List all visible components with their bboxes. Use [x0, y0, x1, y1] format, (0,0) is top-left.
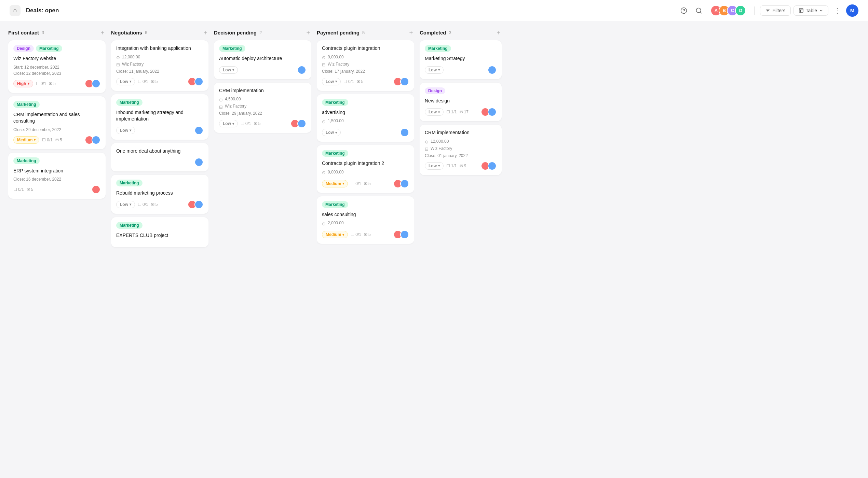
- currency-icon: ⊙: [116, 55, 120, 60]
- column-decision-pending: Decision pending 2 ＋ Marketing Automatic…: [214, 29, 311, 473]
- messages-icon: ✉: [55, 138, 59, 142]
- card-footer: Low ▾ ☐ 1/1 ✉ 9: [425, 161, 497, 170]
- card-pp-4[interactable]: Marketing sales consulting ⊙ 2,000.00 Me…: [317, 196, 414, 244]
- card-avatars: [194, 126, 203, 135]
- tasks-stat: ☐ 0/1: [13, 187, 24, 192]
- tag-marketing: Marketing: [322, 99, 348, 106]
- tag-marketing: Marketing: [219, 45, 245, 52]
- card-dp-2[interactable]: CRM implementation ⊙ 4,500.00 ⊟ Wiz Fact…: [214, 83, 311, 133]
- tasks-stat: ☐ 0/1: [241, 121, 251, 126]
- card-close-date: Close: 17 january, 2022: [322, 69, 409, 74]
- card-footer: High ▾ ☐ 0/1 ✉ 5: [13, 79, 100, 88]
- card-c-3[interactable]: CRM implementation ⊙ 12,000.00 ⊟ Wiz Fac…: [420, 125, 502, 175]
- tasks-stat: ☐ 0/1: [351, 181, 361, 186]
- company-icon: ⊟: [219, 104, 223, 110]
- priority-badge: Low ▾: [425, 108, 444, 116]
- card-pp-3[interactable]: Marketing Contracts plugin integration 2…: [317, 145, 414, 193]
- card-close-date: Close: 01 january, 2022: [425, 153, 497, 158]
- card-c-2[interactable]: Design New design Low ▾ ☐ 1/1 ✉ 17: [420, 83, 502, 122]
- messages-stat: ✉ 5: [151, 79, 158, 84]
- column-header-decision-pending: Decision pending 2 ＋: [214, 29, 311, 36]
- tasks-value: 0/1: [348, 79, 354, 84]
- filters-button[interactable]: Filters: [760, 5, 790, 16]
- column-header-negotiations: Negotiations 6 ＋: [111, 29, 208, 36]
- more-options-button[interactable]: ⋮: [831, 4, 843, 17]
- tag-marketing: Marketing: [425, 45, 451, 52]
- tasks-icon: ☐: [42, 138, 46, 142]
- priority-arrow-icon: ▾: [438, 110, 440, 114]
- priority-badge: Low ▾: [322, 129, 341, 136]
- card-amount-value: 9,000.00: [328, 170, 344, 174]
- priority-arrow-icon: ▾: [34, 138, 36, 142]
- priority-badge: High ▾: [13, 80, 33, 87]
- card-company: ⊟ Wiz Factory: [116, 62, 203, 68]
- column-count-negotiations: 6: [145, 30, 147, 35]
- column-title-decision-pending: Decision pending: [214, 30, 257, 36]
- priority-badge: Low ▾: [116, 78, 135, 85]
- card-fc-1[interactable]: DesignMarketing Wiz Factory website Star…: [8, 40, 106, 93]
- card-c-1[interactable]: Marketing Marketing Strategy Low ▾: [420, 40, 502, 79]
- messages-icon: ✉: [151, 202, 154, 207]
- kanban-board: First contact 3 ＋ DesignMarketing Wiz Fa…: [0, 21, 868, 478]
- cards-list-negotiations: Integration with banking application ⊙ 1…: [111, 40, 208, 254]
- priority-arrow-icon: ▾: [28, 82, 29, 85]
- priority-arrow-icon: ▾: [438, 68, 440, 72]
- priority-badge: Low ▾: [425, 66, 444, 74]
- card-stats: ☐ 1/1 ✉ 9: [446, 164, 466, 168]
- messages-value: 5: [368, 232, 371, 237]
- card-dp-1[interactable]: Marketing Automatic deploy architecture …: [214, 40, 311, 79]
- messages-stat: ✉ 5: [364, 232, 371, 237]
- team-avatars[interactable]: A B C D: [710, 5, 746, 16]
- search-icon-button[interactable]: [693, 4, 705, 17]
- card-neg-2[interactable]: Marketing Inbound marketing strategy and…: [111, 94, 208, 140]
- card-footer: Medium ▾ ☐ 0/1 ✉ 5: [322, 230, 409, 239]
- card-company: ⊟ Wiz Factory: [219, 104, 306, 110]
- tasks-icon: ☐: [343, 79, 347, 84]
- column-add-button-completed[interactable]: ＋: [496, 29, 502, 36]
- card-amount-value: 12,000.00: [431, 139, 449, 144]
- card-neg-3[interactable]: One more deal about anything: [111, 143, 208, 172]
- card-company-value: Wiz Factory: [328, 62, 349, 67]
- column-add-button-payment-pending[interactable]: ＋: [408, 29, 414, 36]
- card-title: Integration with banking application: [116, 45, 203, 52]
- card-fc-3[interactable]: Marketing ERP system integration Close: …: [8, 153, 106, 199]
- table-button[interactable]: Table: [794, 5, 828, 16]
- tasks-icon: ☐: [351, 181, 354, 186]
- card-title: New design: [425, 98, 497, 104]
- help-icon-button[interactable]: [678, 4, 690, 17]
- messages-icon: ✉: [460, 110, 463, 114]
- card-fc-2[interactable]: Marketing CRM implementation and sales c…: [8, 96, 106, 149]
- column-negotiations: Negotiations 6 ＋ Integration with bankin…: [111, 29, 208, 473]
- tag-marketing: Marketing: [322, 150, 348, 157]
- messages-stat: ✉ 5: [49, 81, 56, 86]
- column-title-completed: Completed: [420, 30, 446, 36]
- card-tags: Marketing: [13, 157, 100, 164]
- user-avatar[interactable]: M: [846, 4, 858, 17]
- home-icon[interactable]: ⌂: [10, 5, 21, 16]
- card-amount-value: 1,500.00: [328, 118, 344, 123]
- card-neg-5[interactable]: Marketing EXPERTS CLUB project: [111, 217, 208, 247]
- column-add-button-decision-pending[interactable]: ＋: [305, 29, 311, 36]
- card-pp-2[interactable]: Marketing advertising ⊙ 1,500.00 Low ▾: [317, 94, 414, 142]
- card-avatars: [393, 230, 409, 239]
- column-add-button-first-contact[interactable]: ＋: [99, 29, 106, 36]
- card-pp-1[interactable]: Contracts plugin integration ⊙ 9,000.00 …: [317, 40, 414, 91]
- card-stats: ☐ 0/1 ✉ 5: [138, 79, 158, 84]
- priority-badge: Medium ▾: [13, 136, 39, 144]
- card-title: Contracts plugin integration: [322, 45, 409, 52]
- priority-arrow-icon: ▾: [342, 233, 344, 237]
- card-neg-1[interactable]: Integration with banking application ⊙ 1…: [111, 40, 208, 91]
- card-tags: Marketing: [116, 99, 203, 106]
- card-neg-4[interactable]: Marketing Rebuild marketing process Low …: [111, 175, 208, 214]
- tasks-icon: ☐: [446, 164, 450, 168]
- card-tags: Marketing: [322, 150, 409, 157]
- tasks-stat: ☐ 0/1: [42, 138, 53, 142]
- card-tags: Marketing: [425, 45, 497, 52]
- avatar-4[interactable]: D: [735, 5, 746, 16]
- cards-list-first-contact: DesignMarketing Wiz Factory website Star…: [8, 40, 106, 206]
- tag-marketing: Marketing: [116, 222, 143, 229]
- tasks-value: 1/1: [451, 110, 457, 114]
- priority-arrow-icon: ▾: [130, 80, 131, 83]
- column-add-button-negotiations[interactable]: ＋: [202, 29, 208, 36]
- card-avatar-1: [400, 230, 409, 239]
